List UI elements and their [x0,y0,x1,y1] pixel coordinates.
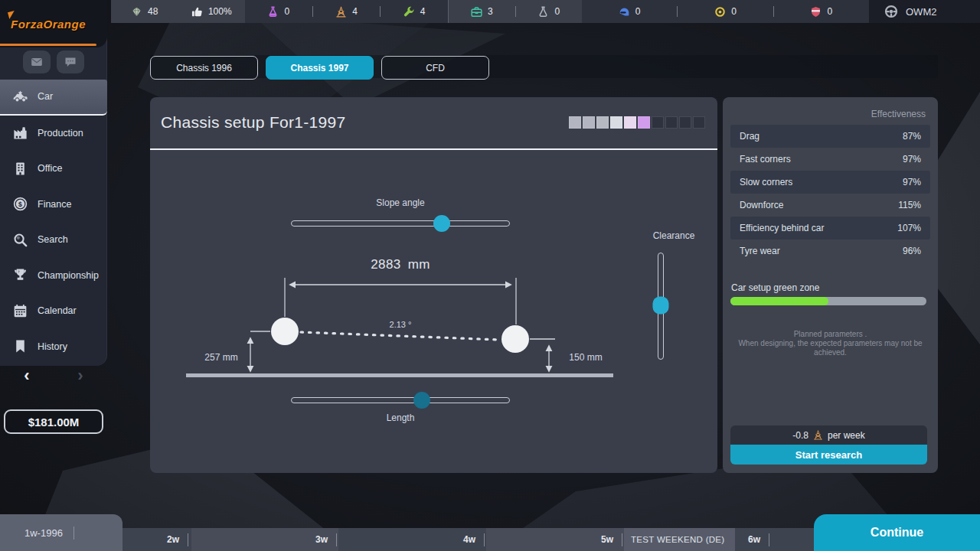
resource-value: 0 [731,6,737,17]
clearance-label: Clearance [635,230,712,241]
green-zone-bar [730,297,926,305]
current-week-label: 1w-1996 [24,527,63,539]
effectiveness-value: 96% [903,246,921,256]
team-logo: ForzaOrange [0,0,107,47]
gem-icon [131,6,142,18]
car-icon [12,89,28,105]
effectiveness-label: Fast corners [740,154,791,165]
length-slider[interactable] [291,397,510,403]
chat-button[interactable] [57,51,84,73]
steering-wheel-icon [884,5,898,18]
length-slider-handle[interactable] [413,392,430,409]
clearance-slider-handle[interactable] [653,296,669,314]
sidebar-item-label: Search [38,234,68,245]
sidebar-item-championship[interactable]: Championship [0,258,107,294]
slope-angle-slider[interactable] [291,220,510,227]
sidebar-item-label: Finance [38,199,71,210]
briefcase-icon [471,6,482,18]
progress-square [665,116,678,129]
resource-value: 0 [554,6,560,17]
week-divider [74,527,74,540]
top-resource-bar: 48100%04430000 [111,0,869,23]
week-divider [188,533,188,546]
tab-chassis-1997[interactable]: Chassis 1997 [266,56,374,80]
clearance-slider[interactable] [658,253,664,360]
wheelbase-dimension: 2883mm [291,257,510,272]
sidebar-item-production[interactable]: Production [0,116,107,152]
resource-wrench: 4 [381,0,448,23]
topbar-segment: 044 [245,0,448,23]
effectiveness-value: 87% [903,131,921,142]
wheelbase-unit: mm [408,257,430,272]
effectiveness-row: Downforce115% [730,194,930,217]
week-divider [484,533,485,546]
resource-value: 0 [827,6,832,17]
sidebar-item-label: Office [38,163,62,174]
sidebar-quick-buttons [0,51,107,73]
resource-value: 4 [352,6,358,17]
wheelbase-value: 2883 [371,257,400,272]
timeline-week-4w: 4w [463,528,485,551]
thumbs-up-icon [191,6,203,18]
note-line-2: When designing, the expected parameters … [727,339,933,357]
effectiveness-label: Drag [740,131,760,142]
cost-value: -0.8 [792,430,808,441]
effectiveness-label: Downforce [740,200,783,210]
effectiveness-label: Efficiency behind car [740,223,825,233]
cost-suffix: per week [828,430,865,441]
chat-icon [64,56,77,68]
sidebar-item-label: Calendar [38,305,77,316]
mail-button[interactable] [23,51,51,73]
front-height-value: 257 mm [194,352,248,363]
derrick-icon [335,6,347,18]
tab-chassis-1996[interactable]: Chassis 1996 [150,56,258,80]
effectiveness-value: 107% [897,223,921,233]
research-cost: -0.8 per week [730,425,927,445]
search-icon [12,232,28,248]
rear-height-value: 150 mm [559,352,612,363]
sidebar-item-search[interactable]: Search [0,222,107,258]
design-progress-squares [569,116,705,129]
sidebar-item-office[interactable]: Office [0,151,107,187]
sidebar-item-car[interactable]: Car [0,80,107,116]
wrench-icon [403,6,415,18]
week-label: 2w [167,534,179,545]
sidebar-item-calendar[interactable]: Calendar [0,293,107,329]
progress-square [569,116,581,129]
effectiveness-row: Drag87% [730,125,930,148]
progress-square [679,116,691,129]
slope-angle-slider-handle[interactable] [433,215,450,232]
ground-line [186,373,613,377]
sidebar-menu: CarProductionOffice$FinanceSearchChampio… [0,80,107,364]
history-icon [12,338,28,354]
effectiveness-value: 97% [903,177,921,187]
topbar-segment: 000 [582,0,869,23]
continue-button[interactable]: Continue [814,514,980,551]
resource-helmet: 0 [582,0,677,23]
start-research-button[interactable]: Start research [730,445,927,465]
effectiveness-label: Slow corners [740,177,792,187]
trophy-icon [12,267,28,283]
calendar-icon [12,303,28,319]
timeline-strip: 2w3w4w5wTEST WEEKEND (DE)6w [122,528,814,551]
planned-parameters-note: Planned parameters . When designing, the… [723,330,938,357]
resource-value: 3 [488,6,493,17]
progress-square [638,116,650,129]
resource-medal: 0 [678,0,773,23]
current-week-block: 1w-1996 [0,514,122,551]
profile-button[interactable]: OWM2 [869,0,980,23]
chassis-setup-panel: Chassis setup For1-1997 Slope angle 2883… [150,97,717,473]
timeline-week-6w: 6w [748,528,769,551]
effectiveness-row: Slow corners97% [730,171,930,194]
effectiveness-rows: Drag87%Fast corners97%Slow corners97%Dow… [730,125,930,262]
sidebar-item-history[interactable]: History [0,329,107,365]
collapse-left-chevron[interactable]: ‹ [24,368,29,383]
collapse-right-chevron[interactable]: › [77,368,83,383]
helmet-icon [619,6,630,18]
topbar-segment: 48100% [111,0,245,23]
effectiveness-panel: Effectiveness Drag87%Fast corners97%Slow… [723,97,938,473]
sidebar-item-finance[interactable]: $Finance [0,187,107,223]
flask-icon [267,6,279,18]
tab-cfd[interactable]: CFD [381,56,489,80]
timeline-week-5w: 5wTEST WEEKEND (DE) [601,528,724,551]
